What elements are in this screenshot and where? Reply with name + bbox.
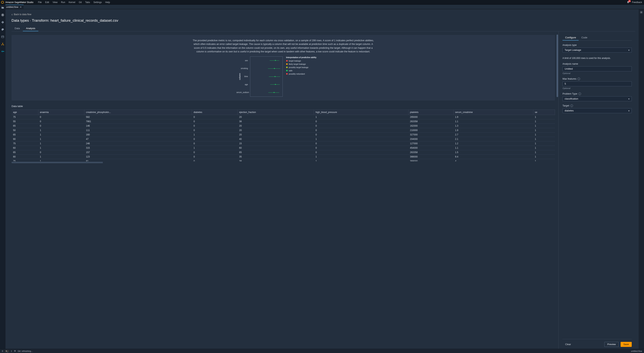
legend-item: target leakage	[286, 59, 316, 62]
palette-icon[interactable]	[1, 28, 4, 31]
table-cell: 1.2	[453, 141, 533, 146]
feedback-link[interactable]: Feedback	[632, 1, 642, 4]
column-header[interactable]: platelets	[408, 110, 453, 115]
table-cell: 80	[12, 154, 38, 159]
menu-edit[interactable]: Edit	[45, 1, 49, 4]
table-cell: 35	[238, 154, 314, 159]
table-cell: 65	[12, 124, 38, 128]
table-cell: 265000	[408, 115, 453, 119]
status-count[interactable]: 1	[11, 350, 12, 352]
menu-settings[interactable]: Settings	[94, 1, 102, 4]
notifications-icon[interactable]: 4	[626, 1, 630, 4]
table-cell: 0	[192, 150, 238, 154]
status-kernels[interactable]: $_	[5, 350, 9, 352]
status-terminals[interactable]: 0	[2, 350, 3, 352]
tab-configure[interactable]: Configure	[562, 35, 578, 40]
table-cell: 50	[12, 128, 38, 132]
analysis-description-box: The provided predictive metric is roc, c…	[12, 35, 555, 100]
data-table-heading: Data table	[12, 105, 555, 108]
table-row: 65116012003270002.71	[12, 132, 555, 137]
document-tabs: untitled.flow ✕	[0, 4, 644, 9]
column-header[interactable]: diabetes	[192, 110, 238, 115]
table-cell: 1	[533, 141, 555, 146]
status-settings-icon[interactable]: ⚙	[14, 350, 16, 352]
running-icon[interactable]	[1, 14, 4, 16]
svg-point-9	[641, 12, 642, 13]
table-row: 65015706502633581.51	[12, 150, 555, 154]
status-git: Git: refreshing...	[18, 350, 33, 352]
table-cell: 0	[192, 115, 238, 119]
table-cell: 0	[314, 141, 408, 146]
table-cell: 0	[38, 124, 84, 128]
menu-run[interactable]: Run	[61, 1, 65, 4]
info-icon[interactable]: i	[578, 78, 580, 80]
table-cell: 75	[12, 159, 38, 161]
page-title: Data types · Transform: heart_failure_cl…	[12, 18, 635, 23]
menu-file[interactable]: File	[38, 1, 42, 4]
settings-gear-icon[interactable]	[639, 9, 644, 349]
table-cell: 90	[12, 137, 38, 141]
save-button[interactable]: Save	[620, 342, 632, 347]
share-icon[interactable]	[1, 50, 4, 53]
table-cell: 38	[238, 119, 314, 124]
vertical-scrollbar[interactable]	[556, 34, 558, 349]
clear-button[interactable]: Clear	[562, 342, 574, 347]
column-header[interactable]: anaemia	[38, 110, 84, 115]
column-header[interactable]: age	[12, 110, 38, 115]
target-label: Targeti	[562, 104, 632, 107]
data-table-wrap[interactable]: ageanaemiacreatinine_phosphokin...diabet…	[12, 110, 555, 161]
chart-y-ticks: sex smoking time age serum_sodium	[236, 56, 248, 96]
table-cell: 1	[192, 146, 238, 150]
view-tabs: Data Analysis	[12, 26, 635, 32]
analysis-name-input[interactable]	[562, 66, 632, 71]
table-cell: 1	[533, 159, 555, 161]
info-icon[interactable]: i	[570, 104, 573, 107]
table-cell: 75	[12, 115, 38, 119]
preview-button[interactable]: Preview	[604, 342, 618, 347]
horizontal-scrollbar[interactable]	[12, 162, 142, 163]
tabs-icon[interactable]	[1, 35, 4, 38]
table-cell: 4	[453, 159, 533, 161]
status-bar: 0 $_ 1 ⚙ Git: refreshing... untitled.flo…	[0, 349, 644, 353]
table-cell: 65	[12, 150, 38, 154]
table-row: 50111102002100001.91	[12, 128, 555, 132]
menu-help[interactable]: Help	[105, 1, 110, 4]
analysis-type-label: Analysis type	[562, 44, 632, 46]
table-cell: 1	[314, 159, 408, 161]
column-header[interactable]: serum_creatinine	[453, 110, 533, 115]
tab-analysis[interactable]: Analysis	[23, 26, 38, 31]
back-to-flow-link[interactable]: Back to data flow	[12, 13, 635, 16]
graph-icon[interactable]	[1, 42, 4, 46]
target-select[interactable]: diabetes	[562, 108, 632, 113]
menu-git[interactable]: Git	[79, 1, 82, 4]
column-header[interactable]: creatinine_phosphokin...	[84, 110, 192, 115]
tab-code[interactable]: Code	[578, 35, 590, 40]
info-icon[interactable]: i	[578, 92, 581, 95]
menu-kernel[interactable]: Kernel	[69, 1, 75, 4]
git-icon[interactable]	[1, 21, 4, 24]
table-cell: 454000	[408, 146, 453, 150]
folder-icon[interactable]	[1, 6, 4, 9]
table-cell: 1.9	[453, 115, 533, 119]
table-cell: 1	[38, 159, 84, 161]
table-cell: 65	[12, 132, 38, 137]
menu-tabs[interactable]: Tabs	[85, 1, 90, 4]
column-header[interactable]: se	[533, 110, 555, 115]
optional-hint: Optional	[562, 87, 632, 90]
menu-view[interactable]: View	[52, 1, 58, 4]
analysis-type-select[interactable]: Target Leakage	[562, 48, 632, 52]
table-cell: 1	[533, 137, 555, 141]
tab-data[interactable]: Data	[12, 26, 23, 31]
table-cell: 0	[38, 115, 84, 119]
close-icon[interactable]: ✕	[20, 6, 22, 8]
column-header[interactable]: ejection_fraction	[238, 110, 314, 115]
table-cell: 65	[238, 150, 314, 154]
table-cell: 1.1	[453, 146, 533, 150]
problem-type-select[interactable]: classification	[562, 96, 632, 101]
max-features-input[interactable]	[562, 81, 632, 86]
column-header[interactable]: high_blood_pressure	[314, 110, 408, 115]
table-cell: 47	[84, 137, 192, 141]
table-cell: 0	[192, 128, 238, 132]
table-cell: 1.1	[453, 119, 533, 124]
table-cell: 1	[38, 154, 84, 159]
